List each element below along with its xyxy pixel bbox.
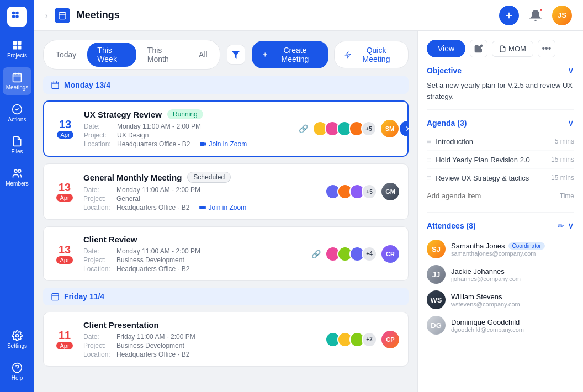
sidebar-item-members[interactable]: Members xyxy=(3,163,31,191)
filter-button[interactable] xyxy=(227,45,245,65)
meeting-date-3: 13 Apr xyxy=(52,244,77,264)
view-button[interactable]: View xyxy=(427,40,465,57)
meeting-avatars-4: +2 xyxy=(325,332,377,347)
attendee-avatar-4: DG xyxy=(427,316,446,335)
tabs-bar: Today This Week This Month All Create Me… xyxy=(43,40,409,70)
svg-rect-18 xyxy=(59,12,66,19)
objective-text: Set a new yearly plan for V.2.5 and revi… xyxy=(427,80,574,102)
svg-rect-7 xyxy=(18,46,22,50)
attendee-name-4: Dominique Goodchild xyxy=(451,318,574,326)
attendee-avatar-1: SJ xyxy=(427,240,446,258)
add-button[interactable] xyxy=(499,6,519,25)
svg-marker-27 xyxy=(345,52,350,57)
svg-rect-8 xyxy=(13,73,22,82)
agenda-header[interactable]: Agenda (3) ∨ xyxy=(427,118,574,128)
host-avatar-4: CP xyxy=(381,331,399,348)
detail-actions: View MOM ••• xyxy=(427,40,574,57)
sidebar-label-settings: Settings xyxy=(7,343,27,349)
notifications-button[interactable] xyxy=(526,6,545,25)
svg-rect-28 xyxy=(52,82,59,89)
sidebar-item-meetings[interactable]: Meetings xyxy=(3,67,31,95)
meeting-project-1: UX Design xyxy=(117,131,149,139)
sidebar-item-settings[interactable]: Settings xyxy=(3,326,31,353)
meeting-location-4: Headquarters Office - B2 xyxy=(116,351,190,358)
drag-handle-3[interactable]: ≡ xyxy=(427,173,431,182)
attendee-avatar-2: JJ xyxy=(427,265,446,284)
tab-today[interactable]: Today xyxy=(46,47,86,62)
agenda-text-3: Review UX Strategy & tactics xyxy=(436,174,551,182)
coordinator-badge: Coordinator xyxy=(508,242,545,250)
zoom-link-1[interactable]: Join in Zoom xyxy=(199,140,247,148)
svg-point-13 xyxy=(14,169,17,172)
attendee-email-1: samanthajones@company.com xyxy=(451,250,574,257)
sidebar-label-files: Files xyxy=(11,149,23,155)
add-agenda-input[interactable] xyxy=(427,192,555,200)
notification-dot xyxy=(539,8,543,12)
header-actions: JS xyxy=(499,6,572,25)
zoom-link-2[interactable]: Join in Zoom xyxy=(199,204,247,211)
sidebar-item-files[interactable]: Files xyxy=(3,131,31,159)
sidebar-item-help[interactable]: Help xyxy=(3,358,31,385)
host-avatar-2: GM xyxy=(381,183,399,200)
svg-rect-32 xyxy=(200,142,205,146)
meeting-date-text-2: Monday 11:00 AM - 2:00 PM xyxy=(116,186,200,194)
objective-section: Objective ∨ Set a new yearly plan for V.… xyxy=(427,65,574,110)
meeting-date-text-1: Monday 11:00 AM - 2:00 PM xyxy=(117,123,201,130)
agenda-time-1: 5 mins xyxy=(555,137,574,145)
meetings-list: Monday 13/4 13 Apr UX Strategy Review Ru… xyxy=(43,76,409,383)
attendees-chevron[interactable]: ∨ xyxy=(568,220,574,231)
app-logo[interactable] xyxy=(7,7,27,27)
more-button[interactable]: ••• xyxy=(538,40,555,57)
meeting-project-3: Business Development xyxy=(116,256,184,264)
attendee-avatar-3: WS xyxy=(427,290,446,309)
sidebar-item-projects[interactable]: Projects xyxy=(3,35,31,63)
meeting-location-2: Headquarters Office - B2 xyxy=(116,204,190,211)
sidebar-item-actions[interactable]: Actions xyxy=(3,99,31,127)
mom-button[interactable]: MOM xyxy=(492,41,533,57)
meeting-date-text-4: Friday 11:00 AM - 2:00 PM xyxy=(116,333,195,341)
meeting-card-ux-strategy[interactable]: 13 Apr UX Strategy Review Running Date: xyxy=(43,100,409,157)
quick-meeting-button[interactable]: Quick Meeting xyxy=(334,41,409,68)
meeting-card-client-review[interactable]: 13 Apr Client Review Date: Monday 11:00 … xyxy=(43,226,409,281)
user-avatar[interactable]: JS xyxy=(552,6,572,25)
add-agenda-row[interactable]: Time xyxy=(427,187,574,204)
sidebar-label-projects: Projects xyxy=(7,52,27,59)
tab-all[interactable]: All xyxy=(189,47,218,62)
host-avatar-1: SM xyxy=(381,120,399,137)
meeting-date-2: 13 Apr xyxy=(52,182,77,202)
svg-rect-34 xyxy=(199,206,204,209)
left-panel: Today This Week This Month All Create Me… xyxy=(34,31,417,392)
edit-button[interactable] xyxy=(470,40,487,57)
attendee-row-4: DG Dominique Goodchild dgoodchild@compan… xyxy=(427,312,574,338)
svg-point-3 xyxy=(15,15,19,18)
edit-attendees-icon[interactable]: ✏ xyxy=(558,221,564,230)
breadcrumb-separator: › xyxy=(45,11,48,20)
tab-this-month[interactable]: This Month xyxy=(137,43,188,67)
attendees-section: Attendees (8) ✏ ∨ SJ Samantha Jones Coor… xyxy=(427,220,574,338)
attendee-row-1: SJ Samantha Jones Coordinator samanthajo… xyxy=(427,236,574,262)
drag-handle-2[interactable]: ≡ xyxy=(427,155,431,164)
svg-point-15 xyxy=(16,335,19,337)
link-icon-1: 🔗 xyxy=(299,124,308,133)
svg-rect-36 xyxy=(52,294,59,300)
svg-rect-4 xyxy=(13,41,17,45)
content-area: Today This Week This Month All Create Me… xyxy=(34,31,583,392)
day-header-friday: Friday 11/4 xyxy=(43,288,409,305)
add-agenda-time-label: Time xyxy=(560,192,574,200)
agenda-text-1: Introduction xyxy=(436,137,554,146)
svg-point-0 xyxy=(12,12,15,15)
agenda-item-1: ≡ Introduction 5 mins xyxy=(427,133,574,151)
detail-panel: View MOM ••• Objective ∨ Set a new yearl… xyxy=(417,31,583,392)
agenda-section: Agenda (3) ∨ ≡ Introduction 5 mins ≡ Hol… xyxy=(427,118,574,213)
create-meeting-button[interactable]: Create Meeting xyxy=(252,41,328,68)
svg-rect-5 xyxy=(18,41,22,45)
objective-header[interactable]: Objective ∨ xyxy=(427,65,574,76)
tab-this-week[interactable]: This Week xyxy=(87,43,136,67)
agenda-chevron: ∨ xyxy=(568,118,574,128)
drag-handle-1[interactable]: ≡ xyxy=(427,137,431,146)
host-avatar-3: CR xyxy=(381,245,399,263)
meeting-title-2: General Monthly Meeting xyxy=(83,173,182,182)
agenda-text-2: Hold Yearly Plan Revision 2.0 xyxy=(436,156,551,164)
meeting-card-general[interactable]: 13 Apr General Monthly Meeting Scheduled… xyxy=(43,163,409,220)
meeting-card-client-presentation[interactable]: 11 Apr Client Presentation Date: Friday … xyxy=(43,312,409,367)
